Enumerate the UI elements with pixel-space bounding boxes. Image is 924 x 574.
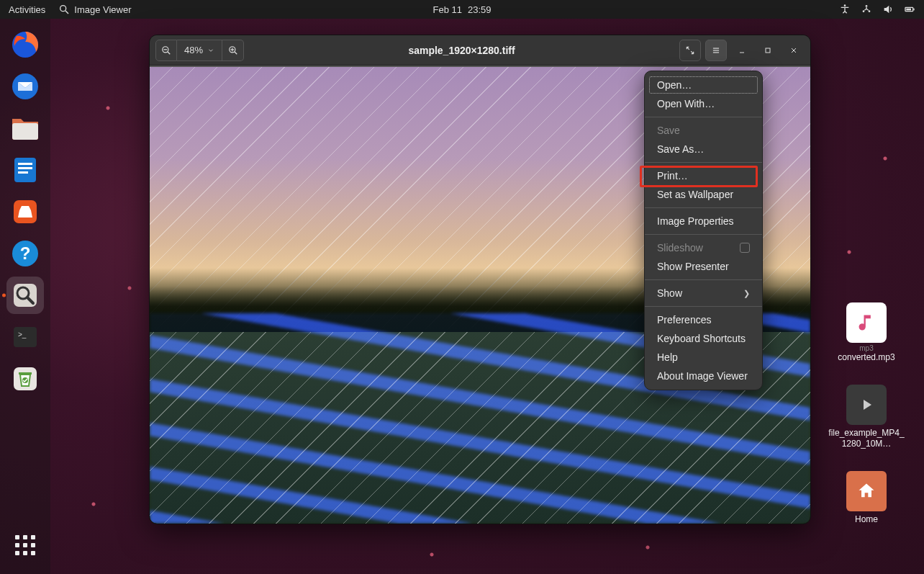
menu-show-label: Show bbox=[657, 287, 682, 299]
menu-image-properties[interactable]: Image Properties bbox=[648, 212, 758, 230]
menu-keyboard-shortcuts[interactable]: Keyboard Shortcuts bbox=[648, 329, 758, 348]
desktop-icon-label: Home bbox=[827, 514, 906, 525]
desktop-icon-mp3[interactable]: mp3 converted.mp3 bbox=[827, 302, 906, 363]
menu-print[interactable]: Print… bbox=[648, 166, 758, 185]
audio-file-icon bbox=[846, 302, 887, 343]
apps-grid-button[interactable] bbox=[6, 526, 44, 564]
window-title: sample_1920×1280.tiff bbox=[248, 45, 675, 56]
terminal-icon: >_ bbox=[11, 323, 40, 351]
menu-save: Save bbox=[648, 121, 758, 140]
svg-rect-38 bbox=[766, 48, 770, 53]
hamburger-menu-popover: Open… Open With… Save Save As… Print… Se… bbox=[644, 71, 763, 390]
help-icon: ? bbox=[11, 239, 40, 268]
file-caption: mp3 bbox=[827, 344, 906, 352]
desktop-icon-mp4[interactable]: file_example_MP4_1280_10M… bbox=[827, 385, 906, 449]
svg-line-1 bbox=[65, 11, 68, 14]
svg-rect-25 bbox=[19, 372, 32, 375]
menu-open[interactable]: Open… bbox=[648, 76, 758, 94]
menu-open-with[interactable]: Open With… bbox=[648, 94, 758, 113]
network-icon bbox=[861, 4, 872, 15]
svg-rect-12 bbox=[14, 158, 36, 182]
system-menu[interactable] bbox=[839, 4, 915, 15]
accessibility-icon bbox=[839, 4, 851, 15]
desktop-icon-label: converted.mp3 bbox=[827, 352, 906, 363]
menu-separator bbox=[645, 234, 762, 235]
svg-point-3 bbox=[866, 5, 868, 7]
fullscreen-button[interactable] bbox=[679, 40, 701, 61]
desktop-icon-home[interactable]: Home bbox=[827, 471, 906, 525]
svg-rect-8 bbox=[906, 9, 911, 11]
dock-terminal[interactable]: >_ bbox=[6, 318, 44, 356]
app-menu[interactable]: Image Viewer bbox=[58, 4, 131, 15]
zoom-out-button[interactable] bbox=[155, 40, 177, 61]
loupe-icon bbox=[11, 281, 40, 310]
desktop-icon-label: file_example_MP4_1280_10M… bbox=[827, 428, 906, 449]
zoom-level-dropdown[interactable]: 48% bbox=[177, 40, 222, 61]
writer-icon bbox=[11, 156, 40, 184]
svg-point-0 bbox=[60, 6, 66, 12]
trash-icon bbox=[11, 364, 40, 393]
image-viewer-icon bbox=[58, 4, 70, 15]
svg-rect-13 bbox=[18, 163, 32, 165]
dock-firefox[interactable] bbox=[6, 26, 44, 63]
menu-save-as[interactable]: Save As… bbox=[648, 140, 758, 158]
zoom-level-label: 48% bbox=[184, 45, 203, 55]
menu-help[interactable]: Help bbox=[648, 348, 758, 367]
svg-point-5 bbox=[869, 10, 871, 12]
dock-files[interactable] bbox=[6, 109, 44, 147]
chevron-right-icon: ❯ bbox=[743, 289, 750, 298]
thunderbird-icon bbox=[11, 72, 40, 101]
svg-rect-11 bbox=[12, 123, 38, 140]
clock-date: Feb 11 bbox=[432, 4, 461, 15]
menu-separator bbox=[645, 207, 762, 208]
close-button[interactable] bbox=[783, 40, 805, 61]
menu-show-presenter[interactable]: Show Presenter bbox=[648, 257, 758, 276]
menu-separator bbox=[645, 306, 762, 307]
home-folder-icon bbox=[846, 471, 887, 511]
minimize-button[interactable] bbox=[731, 40, 753, 61]
menu-about[interactable]: About Image Viewer bbox=[648, 367, 758, 385]
chevron-down-icon bbox=[207, 47, 214, 54]
svg-rect-14 bbox=[18, 167, 32, 169]
running-indicator bbox=[2, 294, 6, 297]
app-menu-label: Image Viewer bbox=[74, 4, 131, 15]
menu-show[interactable]: Show ❯ bbox=[648, 284, 758, 302]
dock-writer[interactable] bbox=[6, 151, 44, 189]
menu-set-wallpaper[interactable]: Set as Wallpaper bbox=[648, 185, 758, 204]
firefox-icon bbox=[11, 30, 40, 59]
dock-help[interactable]: ? bbox=[6, 235, 44, 272]
hamburger-menu-button[interactable] bbox=[705, 40, 727, 61]
battery-icon bbox=[904, 4, 915, 15]
top-bar: Activities Image Viewer Feb 11 23:59 bbox=[0, 0, 924, 19]
dock-software[interactable] bbox=[6, 193, 44, 230]
video-file-icon bbox=[846, 385, 887, 425]
svg-text:>_: >_ bbox=[18, 331, 27, 338]
menu-separator bbox=[645, 162, 762, 163]
svg-point-2 bbox=[844, 4, 846, 6]
dock-trash[interactable] bbox=[6, 360, 44, 398]
clock[interactable]: Feb 11 23:59 bbox=[432, 4, 491, 15]
menu-slideshow-label: Slideshow bbox=[657, 242, 703, 254]
dock: ? >_ bbox=[0, 19, 50, 574]
svg-rect-15 bbox=[18, 171, 28, 174]
menu-separator bbox=[645, 279, 762, 280]
svg-point-4 bbox=[863, 10, 865, 12]
titlebar: 48% sample_1920×1280.tiff bbox=[150, 35, 810, 66]
checkbox-icon bbox=[740, 243, 750, 253]
dock-thunderbird[interactable] bbox=[6, 68, 44, 105]
zoom-in-button[interactable] bbox=[222, 40, 244, 61]
svg-rect-7 bbox=[913, 9, 914, 11]
clock-time: 23:59 bbox=[468, 4, 492, 15]
maximize-button[interactable] bbox=[757, 40, 779, 61]
dock-image-viewer[interactable] bbox=[6, 277, 44, 314]
svg-line-31 bbox=[234, 51, 237, 54]
volume-icon bbox=[882, 4, 894, 15]
svg-text:?: ? bbox=[20, 243, 31, 263]
software-icon bbox=[11, 197, 40, 226]
menu-preferences[interactable]: Preferences bbox=[648, 310, 758, 329]
activities-button[interactable]: Activities bbox=[9, 4, 45, 15]
zoom-controls: 48% bbox=[155, 40, 244, 61]
menu-slideshow[interactable]: Slideshow bbox=[648, 238, 758, 257]
menu-separator bbox=[645, 117, 762, 117]
folder-icon bbox=[10, 115, 40, 142]
